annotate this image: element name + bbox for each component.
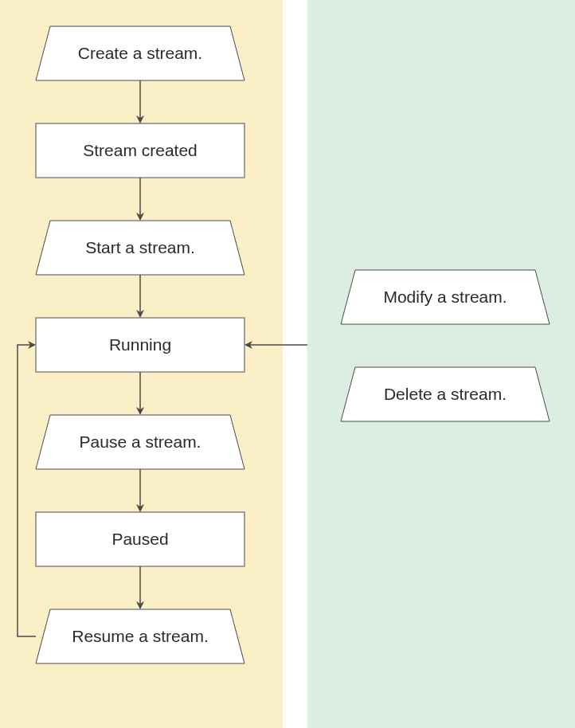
node-start: Start a stream. xyxy=(36,221,244,275)
node-create-label: Create a stream. xyxy=(78,44,202,62)
node-resume: Resume a stream. xyxy=(36,609,244,663)
right-panel-bg xyxy=(307,0,575,728)
gap xyxy=(283,0,307,728)
node-paused-label: Paused xyxy=(111,530,168,548)
node-create: Create a stream. xyxy=(36,26,244,80)
node-start-label: Start a stream. xyxy=(85,238,195,256)
node-running-label: Running xyxy=(109,335,171,354)
node-paused: Paused xyxy=(36,512,244,566)
node-delete-label: Delete a stream. xyxy=(384,385,507,403)
node-delete: Delete a stream. xyxy=(341,367,550,421)
node-pause-label: Pause a stream. xyxy=(80,432,201,451)
node-created-label: Stream created xyxy=(83,141,198,159)
node-running: Running xyxy=(36,318,244,372)
node-created: Stream created xyxy=(36,123,244,178)
node-resume-label: Resume a stream. xyxy=(72,627,209,645)
node-modify-label: Modify a stream. xyxy=(383,288,507,306)
node-modify: Modify a stream. xyxy=(341,270,550,324)
flow-diagram: Create a stream.Stream createdStart a st… xyxy=(0,0,575,728)
node-pause: Pause a stream. xyxy=(36,415,244,469)
